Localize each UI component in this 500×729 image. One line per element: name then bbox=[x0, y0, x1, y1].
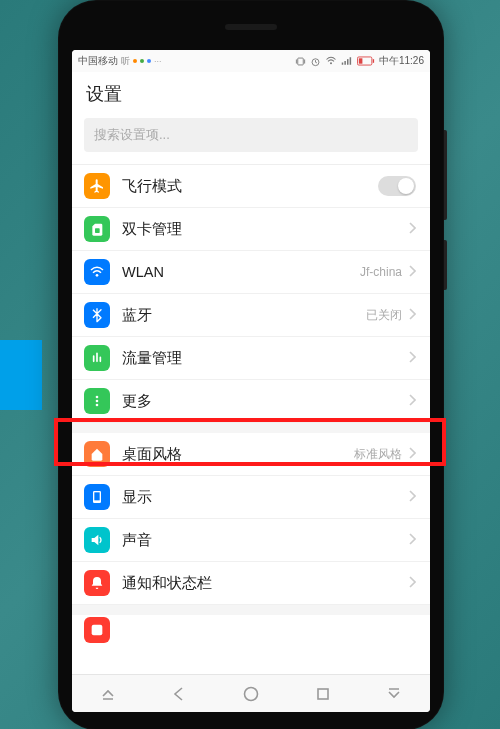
svg-rect-5 bbox=[342, 63, 344, 65]
row-label: 显示 bbox=[122, 488, 408, 507]
phone-frame: 中国移动 听 ··· bbox=[58, 0, 444, 729]
home-style-icon bbox=[84, 441, 110, 467]
svg-rect-18 bbox=[94, 492, 99, 500]
row-value: Jf-china bbox=[360, 265, 402, 279]
nav-notification-icon[interactable] bbox=[100, 686, 116, 702]
vibrate-icon bbox=[295, 56, 306, 67]
wifi-icon bbox=[325, 55, 337, 67]
row-home-style[interactable]: 桌面风格 标准风格 bbox=[72, 433, 430, 476]
row-wlan[interactable]: WLAN Jf-china bbox=[72, 251, 430, 294]
row-label: 双卡管理 bbox=[122, 220, 408, 239]
nav-dropdown-icon[interactable] bbox=[386, 686, 402, 702]
sound-icon bbox=[84, 527, 110, 553]
svg-point-4 bbox=[330, 62, 332, 64]
svg-rect-11 bbox=[359, 58, 363, 63]
alarm-icon bbox=[310, 56, 321, 67]
nav-bar bbox=[72, 674, 430, 712]
display-icon bbox=[84, 484, 110, 510]
row-more[interactable]: 更多 bbox=[72, 380, 430, 423]
status-bar: 中国移动 听 ··· bbox=[72, 50, 430, 72]
svg-rect-19 bbox=[92, 625, 103, 636]
power-button bbox=[444, 240, 447, 290]
partial-icon bbox=[84, 617, 110, 643]
page-title: 设置 bbox=[72, 72, 430, 112]
signal-icon bbox=[341, 55, 353, 67]
nav-recent-icon[interactable] bbox=[315, 686, 331, 702]
airplane-icon bbox=[84, 173, 110, 199]
svg-rect-7 bbox=[347, 59, 349, 65]
settings-list: 飞行模式 双卡管理 WLAN Jf-china bbox=[72, 165, 430, 674]
search-container: 搜索设置项... bbox=[72, 112, 430, 165]
nav-back-icon[interactable] bbox=[171, 686, 187, 702]
svg-point-13 bbox=[96, 274, 99, 277]
row-label: 蓝牙 bbox=[122, 306, 366, 325]
chevron-right-icon bbox=[408, 445, 416, 463]
battery-icon bbox=[357, 56, 375, 66]
svg-rect-8 bbox=[350, 57, 352, 65]
nav-home-icon[interactable] bbox=[242, 685, 260, 703]
row-dual-sim[interactable]: 双卡管理 bbox=[72, 208, 430, 251]
chevron-right-icon bbox=[408, 574, 416, 592]
group-separator bbox=[72, 605, 430, 615]
svg-rect-0 bbox=[298, 58, 304, 65]
row-label: 声音 bbox=[122, 531, 408, 550]
chevron-right-icon bbox=[408, 531, 416, 549]
svg-point-14 bbox=[96, 396, 99, 399]
svg-rect-10 bbox=[373, 59, 374, 63]
group-separator bbox=[72, 423, 430, 433]
wifi-settings-icon bbox=[84, 259, 110, 285]
row-partial[interactable] bbox=[72, 615, 430, 645]
clock-label: 中午11:26 bbox=[379, 54, 424, 68]
row-display[interactable]: 显示 bbox=[72, 476, 430, 519]
screen: 中国移动 听 ··· bbox=[72, 50, 430, 712]
bluetooth-icon bbox=[84, 302, 110, 328]
row-bluetooth[interactable]: 蓝牙 已关闭 bbox=[72, 294, 430, 337]
bell-icon bbox=[84, 570, 110, 596]
airplane-toggle[interactable] bbox=[378, 176, 416, 196]
row-value: 已关闭 bbox=[366, 307, 402, 324]
svg-point-15 bbox=[96, 400, 99, 403]
chevron-right-icon bbox=[408, 349, 416, 367]
chevron-right-icon bbox=[408, 392, 416, 410]
row-sound[interactable]: 声音 bbox=[72, 519, 430, 562]
row-value: 标准风格 bbox=[354, 446, 402, 463]
more-icon bbox=[84, 388, 110, 414]
row-label: WLAN bbox=[122, 264, 360, 280]
row-label: 桌面风格 bbox=[122, 445, 354, 464]
row-data-usage[interactable]: 流量管理 bbox=[72, 337, 430, 380]
chevron-right-icon bbox=[408, 220, 416, 238]
row-label: 流量管理 bbox=[122, 349, 408, 368]
svg-rect-12 bbox=[95, 228, 100, 233]
data-icon bbox=[84, 345, 110, 371]
row-notifications[interactable]: 通知和状态栏 bbox=[72, 562, 430, 605]
chevron-right-icon bbox=[408, 488, 416, 506]
svg-rect-22 bbox=[318, 689, 328, 699]
sim-icon bbox=[84, 216, 110, 242]
chevron-right-icon bbox=[408, 263, 416, 281]
svg-point-16 bbox=[96, 404, 99, 407]
row-label: 飞行模式 bbox=[122, 177, 378, 196]
search-input[interactable]: 搜索设置项... bbox=[84, 118, 418, 152]
volume-button bbox=[444, 130, 447, 220]
carrier-label: 中国移动 bbox=[78, 54, 118, 68]
svg-point-21 bbox=[244, 687, 257, 700]
chevron-right-icon bbox=[408, 306, 416, 324]
row-airplane-mode[interactable]: 飞行模式 bbox=[72, 165, 430, 208]
row-label: 通知和状态栏 bbox=[122, 574, 408, 593]
svg-rect-6 bbox=[344, 61, 346, 65]
row-label: 更多 bbox=[122, 392, 408, 411]
background-accent bbox=[0, 340, 42, 410]
